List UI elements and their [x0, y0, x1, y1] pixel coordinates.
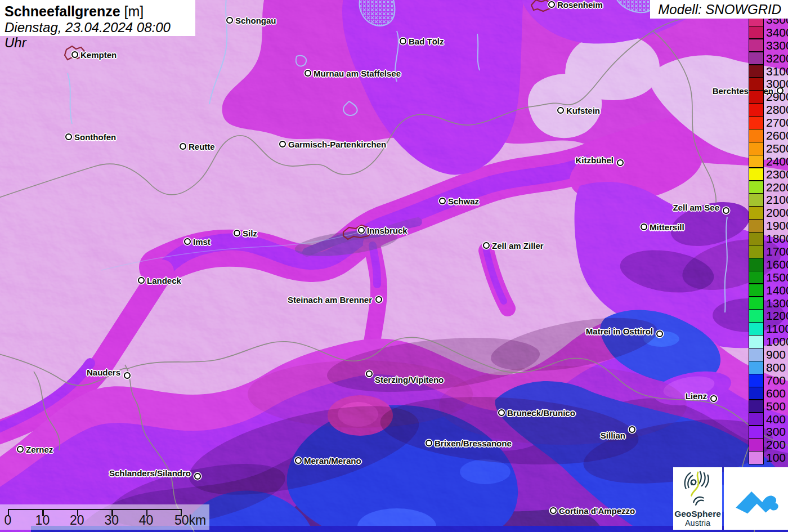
- scale-label: 30: [104, 514, 119, 527]
- legend-swatch: [749, 451, 764, 464]
- city-label: Steinach am Brenner: [288, 296, 372, 304]
- city-dot: [138, 277, 145, 284]
- legend-row: 1300: [749, 297, 788, 310]
- city-dot: [366, 370, 373, 377]
- geosphere-contour-icon: [682, 471, 714, 506]
- legend-swatch: [749, 155, 764, 168]
- legend-swatch: [749, 322, 764, 336]
- legend-row: 3400: [749, 26, 788, 39]
- legend-swatch: [749, 413, 764, 426]
- legend-value: 1200: [766, 310, 788, 321]
- city-label: Schlanders/Silandro: [109, 469, 191, 477]
- legend-row: 3000: [749, 77, 788, 90]
- legend-swatch: [749, 116, 764, 129]
- legend-value: 400: [766, 413, 786, 425]
- city-label: Imst: [193, 238, 211, 246]
- city-dot: [279, 141, 286, 147]
- legend-row: 1400: [749, 284, 788, 297]
- scale-bar: 01020304050km: [0, 504, 209, 530]
- legend-row: 2500: [749, 142, 788, 155]
- legend-swatch: [749, 297, 764, 310]
- city-dot: [550, 507, 557, 514]
- city-label: Mittersill: [650, 223, 684, 231]
- legend-row: 1000: [749, 335, 788, 348]
- map-unit: [m]: [124, 3, 144, 19]
- scale-label: 0: [5, 514, 12, 527]
- legend-row: 3100: [749, 65, 788, 78]
- legend-value: 2600: [766, 129, 788, 141]
- city-label: Matrei in Osttirol: [586, 327, 653, 336]
- legend-value: 3100: [766, 65, 788, 77]
- legend-row: 1500: [749, 271, 788, 284]
- city-dot: [641, 223, 647, 230]
- legend-value: 700: [766, 374, 786, 386]
- scale-bar-line: [8, 509, 181, 510]
- legend-value: 2300: [766, 168, 788, 180]
- legend-swatch: [749, 335, 764, 348]
- city-dot: [65, 133, 72, 140]
- city-dot: [226, 17, 233, 24]
- legend-row: 2700: [749, 116, 788, 129]
- city-label: Silz: [243, 229, 257, 238]
- legend-value: 100: [766, 451, 786, 463]
- city-dot: [400, 38, 406, 44]
- legend-row: 2300: [749, 168, 788, 181]
- legend-swatch: [749, 219, 764, 233]
- city-label: Rosenheim: [557, 1, 603, 9]
- legend-swatch: [749, 271, 764, 284]
- legend-row: 1100: [749, 322, 788, 335]
- legend-row: 3200: [749, 52, 788, 65]
- legend-value: 1900: [766, 220, 788, 231]
- legend-swatch: [749, 258, 764, 271]
- city-label: Zernez: [26, 445, 53, 454]
- legend-row: 1600: [749, 258, 788, 271]
- city-dot: [375, 296, 382, 303]
- legend-row: 1900: [749, 219, 788, 232]
- legend-row: 2900: [749, 90, 788, 103]
- city-label: Brixen/Bressanone: [435, 439, 512, 448]
- legend-swatch: [749, 168, 764, 181]
- scale-label: 10: [35, 514, 50, 527]
- city-dot: [305, 70, 311, 77]
- city-dot: [723, 207, 729, 214]
- city-dot: [295, 457, 302, 464]
- legend-swatch: [749, 387, 764, 400]
- legend-swatch: [749, 90, 764, 104]
- city-dot: [180, 143, 186, 150]
- legend-row: 2200: [749, 181, 788, 194]
- legend-value: 2900: [766, 91, 788, 102]
- city-dot: [656, 330, 663, 337]
- legend-row: 800: [749, 361, 788, 374]
- legend-value: 200: [766, 439, 786, 450]
- city-dot: [234, 230, 240, 236]
- legend-row: 500: [749, 400, 788, 413]
- city-dot: [124, 372, 131, 379]
- legend-value: 2000: [766, 207, 788, 218]
- legend-swatch: [749, 361, 764, 374]
- city-dot: [498, 409, 505, 416]
- legend-swatch: [749, 26, 764, 39]
- legend-value: 1300: [766, 297, 788, 309]
- legend-row: 600: [749, 387, 788, 400]
- tirol-logo: [724, 467, 788, 530]
- city-marker-layer: RosenheimSchongauBad TölzKemptenMurnau a…: [0, 0, 788, 532]
- city-label: Bad Tölz: [409, 37, 444, 46]
- legend-value: 500: [766, 400, 786, 412]
- city-label: Kempten: [80, 51, 117, 59]
- city-label: Sterzing/Vipiteno: [375, 375, 444, 384]
- city-label: Kufstein: [566, 106, 600, 115]
- legend-row: 700: [749, 374, 788, 387]
- city-dot: [184, 238, 191, 245]
- legend-value: 800: [766, 361, 786, 373]
- legend-row: 900: [749, 348, 788, 361]
- scale-label: 40: [139, 514, 154, 527]
- legend-row: 1800: [749, 232, 788, 245]
- tirol-mountain-icon: [729, 479, 783, 518]
- city-label: Sonthofen: [74, 133, 116, 141]
- legend-row: 200: [749, 438, 788, 451]
- legend-row: 2800: [749, 103, 788, 116]
- legend-swatch: [749, 245, 764, 258]
- city-dot: [426, 440, 432, 446]
- city-label: Kitzbühel: [576, 156, 614, 164]
- city-label: Bruneck/Brunico: [507, 409, 575, 417]
